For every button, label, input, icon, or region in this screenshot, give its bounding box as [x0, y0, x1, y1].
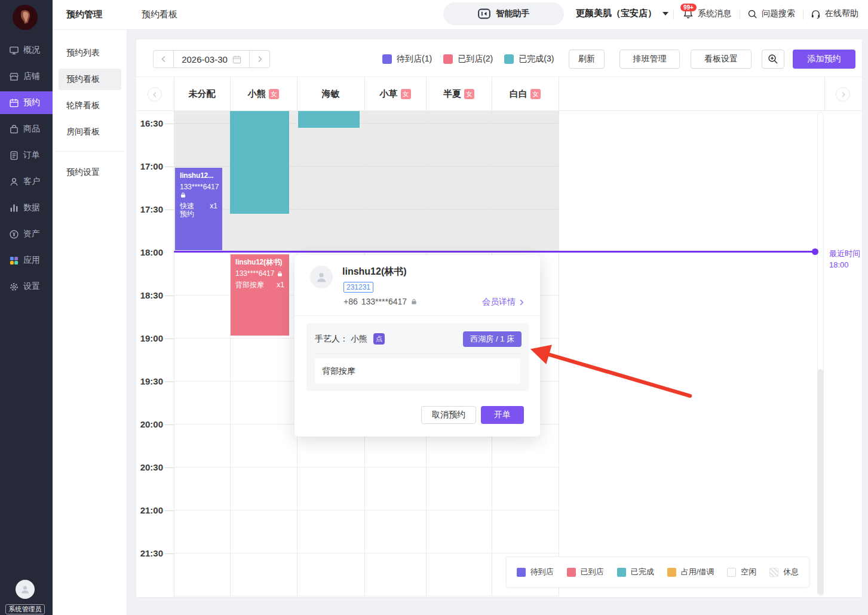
main-sidebar: 概况 店铺 预约 商品 订单 客户 数据 资产	[0, 0, 53, 615]
chevron-right-icon	[519, 299, 524, 306]
appointment-block-arrived[interactable]: linshu12(林书) 133****6417 背部按摩x1	[231, 254, 289, 336]
service-input[interactable]	[315, 358, 520, 384]
column-name: 小熊	[248, 88, 266, 100]
time-tick	[165, 425, 174, 425]
brand-logo[interactable]	[13, 5, 38, 30]
room-button[interactable]: 西湖房 / 1 床	[463, 331, 522, 347]
scroll-columns-right[interactable]	[836, 87, 850, 102]
column-header-haimin[interactable]: 海敏	[297, 77, 364, 110]
column-header-baibai[interactable]: 白白女	[492, 77, 559, 110]
vertical-scrollbar-thumb[interactable]	[818, 369, 823, 595]
legend-free: 空闲	[727, 567, 756, 577]
shift-manage-label: 排班管理	[633, 54, 667, 64]
panel-divider	[315, 353, 520, 354]
logo-image	[13, 5, 38, 30]
breadcrumb: 预约看板	[142, 9, 177, 20]
appointment-service: 背部按摩	[235, 281, 264, 289]
open-order-button[interactable]: 开单	[481, 406, 524, 424]
assistant-icon	[478, 8, 490, 19]
online-help[interactable]: 在线帮助	[811, 8, 858, 19]
artisan-row: 手艺人：小熊 点	[315, 333, 385, 345]
shift-manage-button[interactable]: 排班管理	[619, 50, 680, 69]
time-label: 18:00	[136, 247, 163, 258]
sidebar-label: 应用	[23, 255, 40, 266]
sidebar-item-data[interactable]: 数据	[0, 196, 53, 219]
member-detail-link[interactable]: 会员详情	[482, 297, 524, 308]
appointment-service-row: 背部按摩x1	[235, 281, 284, 289]
sidebar-label: 商品	[23, 124, 40, 134]
refresh-label: 刷新	[578, 54, 595, 64]
service-panel: 手艺人：小熊 点 西湖房 / 1 床	[306, 323, 529, 391]
lock-icon	[180, 192, 186, 198]
time-label: 17:00	[136, 161, 163, 172]
column-header-xiaoxiong[interactable]: 小熊女	[230, 77, 297, 110]
person-icon	[20, 584, 30, 595]
time-tick	[165, 210, 174, 210]
sidebar-item-appointments[interactable]: 预约	[0, 91, 53, 114]
cancel-appointment-button[interactable]: 取消预约	[421, 406, 476, 424]
online-help-label: 在线帮助	[825, 8, 858, 19]
time-label: 17:30	[136, 204, 163, 215]
appointment-customer: linshu12...	[180, 172, 217, 180]
time-tick	[165, 511, 174, 511]
sidebar-item-overview[interactable]: 概况	[0, 39, 53, 61]
zoom-in-button[interactable]	[762, 50, 784, 69]
refresh-button[interactable]: 刷新	[569, 50, 605, 69]
board-settings-button[interactable]: 看板设置	[691, 50, 752, 69]
status-summary-legend: 待到店(1) 已到店(2) 已完成(3)	[382, 51, 554, 67]
column-name: 半夏	[443, 88, 461, 100]
submenu-item-roster[interactable]: 轮牌看板	[59, 95, 121, 116]
appointment-service: 快速预约	[180, 202, 196, 218]
appointment-block-done-xiaoxiong[interactable]	[230, 111, 289, 214]
grid-vline	[559, 77, 559, 596]
magnifier-plus-icon	[768, 54, 778, 64]
column-header-xiaocao[interactable]: 小草女	[364, 77, 426, 110]
date-navigator: 2026-03-30	[153, 50, 270, 68]
date-display[interactable]: 2026-03-30	[173, 51, 250, 67]
legend-done: 已完成	[617, 567, 654, 577]
column-name: 白白	[510, 88, 527, 100]
sidebar-item-settings[interactable]: 设置	[0, 275, 53, 298]
column-header-banxia[interactable]: 半夏女	[426, 77, 492, 110]
ai-assistant-button[interactable]: 智能助手	[443, 2, 564, 25]
popup-divider	[295, 315, 540, 316]
pending-label: 待到店(1)	[397, 54, 432, 64]
sidebar-item-assets[interactable]: 资产	[0, 223, 53, 245]
appointment-block-done-haimin[interactable]	[298, 111, 360, 128]
submenu-item-room[interactable]: 房间看板	[59, 121, 121, 143]
prev-day-button[interactable]	[154, 51, 173, 67]
time-tick	[165, 339, 174, 339]
time-label: 21:00	[136, 505, 163, 516]
column-name: 未分配	[189, 88, 216, 100]
lock-icon	[410, 298, 418, 305]
sidebar-item-apps[interactable]: 应用	[0, 249, 53, 272]
legend-item-arrived: 已到店(2)	[443, 54, 493, 64]
appointment-submenu: 预约列表 预约看板 轮牌看板 房间看板 预约设置	[53, 30, 127, 615]
submenu-item-settings[interactable]: 预约设置	[59, 162, 121, 183]
appointment-qty: x1	[210, 202, 217, 210]
sidebar-label: 资产	[23, 229, 40, 239]
admin-avatar[interactable]	[16, 580, 35, 599]
sidebar-item-products[interactable]: 商品	[0, 118, 53, 140]
time-tick	[165, 296, 174, 296]
appointment-block-pending[interactable]: linshu12... 133****6417 快速预约x1	[175, 168, 222, 250]
circle-chevron-right-icon	[840, 91, 846, 98]
sidebar-item-shop[interactable]: 店铺	[0, 65, 53, 88]
done-swatch	[504, 54, 514, 64]
time-label: 18:30	[136, 290, 163, 301]
sidebar-item-orders[interactable]: 订单	[0, 144, 53, 167]
add-appointment-button[interactable]: 添加预约	[793, 50, 855, 69]
sidebar-item-customers[interactable]: 客户	[0, 170, 53, 193]
current-time-dot	[812, 248, 818, 255]
scroll-columns-left[interactable]	[148, 87, 162, 102]
admin-role-label: 系统管理员	[5, 604, 45, 614]
appointment-customer: linshu12(林书)	[235, 259, 284, 266]
time-tick	[165, 167, 174, 167]
question-search[interactable]: 问题搜索	[747, 8, 795, 19]
column-header-unassigned[interactable]: 未分配	[174, 77, 230, 110]
next-day-button[interactable]	[250, 51, 269, 67]
appointment-phone: 133****6417	[180, 183, 217, 199]
store-selector[interactable]: 更颜美肌（宝安店）	[576, 8, 668, 19]
submenu-item-board[interactable]: 预约看板	[59, 69, 121, 90]
submenu-item-list[interactable]: 预约列表	[59, 42, 121, 64]
